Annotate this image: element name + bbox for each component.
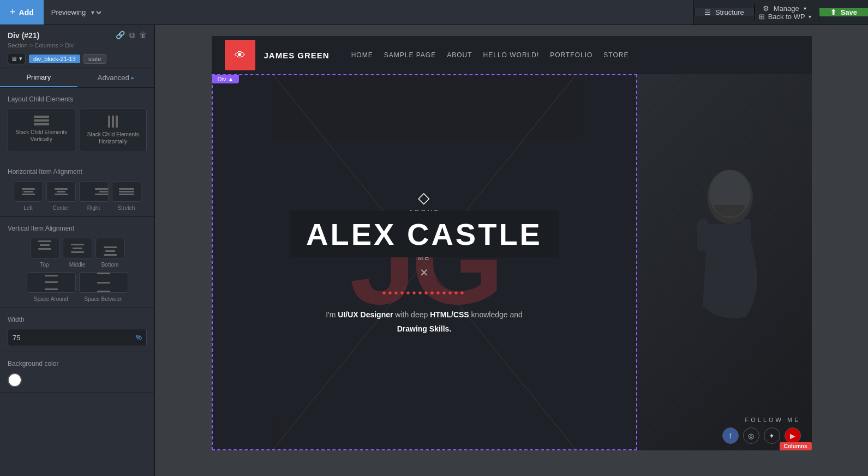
back-to-wp-button[interactable]: ⊞ Back to WP ▾ <box>755 13 819 21</box>
desktop-icon: 🖥 <box>11 56 17 62</box>
portrait-placeholder <box>637 74 812 450</box>
hero-cross-icon: ✕ <box>290 266 559 279</box>
portrait-silhouette <box>675 153 774 371</box>
element-title: Div (#21) <box>8 31 39 40</box>
v-align-top-label: Top <box>30 262 59 268</box>
v-align-space-around-btn[interactable] <box>27 272 76 293</box>
site-logo-box: 👁 <box>225 40 255 70</box>
youtube-icon[interactable]: ▶ <box>785 427 801 444</box>
preview-select[interactable]: ▾ <box>89 8 103 17</box>
device-select[interactable]: 🖥 ▾ <box>8 53 26 64</box>
follow-label: FOLLOW ME <box>722 417 801 423</box>
link-icon[interactable]: 🔗 <box>116 31 125 40</box>
manage-chevron: ▾ <box>804 5 806 11</box>
nav-sample[interactable]: SAMPLE PAGE <box>384 51 436 59</box>
stack-horizontal-label: Stack Child Elements Horizontally <box>85 131 142 145</box>
h-align-right-label: Right <box>79 205 109 211</box>
hero-dots: •••••••••••••• <box>290 287 559 299</box>
manage-icon: ⚙ <box>763 4 769 13</box>
v-align-space-between-label: Space Between <box>79 296 128 302</box>
advanced-chevron: ▸ <box>131 75 134 81</box>
color-swatch[interactable] <box>8 373 22 387</box>
facebook-icon[interactable]: f <box>722 427 739 444</box>
div-label[interactable]: Div ▲ <box>212 75 240 83</box>
previewing-label: Previewing <box>51 8 86 16</box>
v-align-middle-btn[interactable] <box>63 238 92 258</box>
bg-color-row <box>8 373 147 387</box>
v-align-space-around-label: Space Around <box>27 296 76 302</box>
svg-rect-4 <box>697 219 708 251</box>
layout-section: Layout Child Elements Stack Child Elemen… <box>0 88 154 160</box>
id-badge[interactable]: div_block-21-13 <box>29 55 80 63</box>
back-wp-chevron: ▾ <box>809 14 811 20</box>
svg-rect-5 <box>740 219 751 251</box>
topbar: + Add Previewing ▾ ☰ Structure ⚙ Manage … <box>0 0 868 25</box>
stack-horizontal-card[interactable]: Stack Child Elements Horizontally <box>80 109 147 152</box>
nav-store[interactable]: STORE <box>603 51 628 59</box>
stack-horizontal-icon <box>108 116 118 128</box>
h-align-right-btn[interactable] <box>79 181 109 202</box>
stack-vertical-label: Stack Child Elements Vertically <box>13 129 70 143</box>
bg-color-section: Background color <box>0 352 154 393</box>
v-align-bottom-btn[interactable] <box>95 238 125 258</box>
site-nav-links: HOME SAMPLE PAGE ABOUT HELLO WORLD! PORT… <box>351 51 629 59</box>
width-input[interactable] <box>13 334 136 342</box>
stack-vertical-card[interactable]: Stack Child Elements Vertically <box>8 109 75 152</box>
layout-cards: Stack Child Elements Vertically Stack Ch… <box>8 109 147 152</box>
manage-button[interactable]: ⚙ Manage ▾ <box>755 4 819 13</box>
element-icons: 🔗 ⧉ 🗑 <box>116 31 147 40</box>
tab-advanced[interactable]: Advanced ▸ <box>77 68 155 87</box>
h-align-center-btn[interactable] <box>46 181 76 202</box>
structure-icon: ☰ <box>704 8 711 16</box>
horizontal-alignment-section: Horizontal Item Alignment <box>0 160 154 217</box>
h-align-left-btn[interactable] <box>14 181 43 202</box>
h-align-buttons <box>8 181 147 202</box>
structure-button[interactable]: ☰ Structure <box>694 8 754 16</box>
instagram-icon[interactable]: ◎ <box>743 427 759 444</box>
hero-description: I'm UI/UX Designer with deep HTML/CSS kn… <box>290 308 559 335</box>
topbar-right: ☰ Structure ⚙ Manage ▾ ⊞ Back to WP ▾ ⬆ … <box>694 4 868 21</box>
v-align-space-between-btn[interactable] <box>79 272 128 293</box>
preview-area: 👁 JAMES GREEN HOME SAMPLE PAGE ABOUT HEL… <box>155 25 868 476</box>
bg-color-label: Background color <box>8 360 147 367</box>
h-align-left-label: Left <box>14 205 43 211</box>
stack-vertical-icon <box>34 116 49 125</box>
hero-section: Div ▲ JG <box>212 74 812 450</box>
save-button[interactable]: ⬆ Save <box>819 8 868 16</box>
h-align-label: Horizontal Item Alignment <box>8 168 147 176</box>
h-align-stretch-btn[interactable] <box>112 181 141 202</box>
copy-icon[interactable]: ⧉ <box>129 31 135 40</box>
element-header: Div (#21) 🔗 ⧉ 🗑 Section > Columns > Div … <box>0 25 154 68</box>
site-name: JAMES GREEN <box>264 51 330 60</box>
columns-tag[interactable]: Columns <box>780 442 812 450</box>
tab-primary[interactable]: Primary <box>0 68 77 87</box>
layout-section-label: Layout Child Elements <box>8 95 147 103</box>
width-label: Width <box>8 316 147 323</box>
hero-content: ◇ ABOUT ALEX CASTLE ME ✕ •••••••••••••• … <box>290 189 559 335</box>
preview-inner: 👁 JAMES GREEN HOME SAMPLE PAGE ABOUT HEL… <box>155 25 868 476</box>
width-unit: % <box>136 334 142 341</box>
delete-icon[interactable]: 🗑 <box>139 31 147 40</box>
sidebar: Div (#21) 🔗 ⧉ 🗑 Section > Columns > Div … <box>0 25 155 476</box>
width-section: Width % <box>0 308 154 352</box>
panel-tabs: Primary Advanced ▸ <box>0 68 154 88</box>
add-button[interactable]: + Add <box>0 0 44 25</box>
v-align-middle-label: Middle <box>63 262 92 268</box>
nav-portfolio[interactable]: PORTFOLIO <box>550 51 592 59</box>
site-nav: 👁 JAMES GREEN HOME SAMPLE PAGE ABOUT HEL… <box>212 36 812 74</box>
follow-icons: f ◎ ✦ ▶ <box>722 427 801 444</box>
nav-about[interactable]: ABOUT <box>447 51 472 59</box>
hero-left: Div ▲ JG <box>212 74 637 450</box>
hero-name: ALEX CASTLE <box>290 211 559 257</box>
wp-icon: ⊞ <box>759 13 765 21</box>
nav-home[interactable]: HOME <box>351 51 373 59</box>
preview-bar: Previewing ▾ <box>44 0 694 25</box>
element-meta: 🖥 ▾ div_block-21-13 state <box>8 53 147 64</box>
main-layout: Div (#21) 🔗 ⧉ 🗑 Section > Columns > Div … <box>0 25 868 476</box>
nav-hello[interactable]: HELLO WORLD! <box>483 51 540 59</box>
v-align-top-btn[interactable] <box>30 238 59 258</box>
v-align-bottom-label: Bottom <box>95 262 125 268</box>
state-badge[interactable]: state <box>83 54 106 64</box>
twitter-icon[interactable]: ✦ <box>764 427 780 444</box>
diamond-icon: ◇ <box>290 189 559 207</box>
